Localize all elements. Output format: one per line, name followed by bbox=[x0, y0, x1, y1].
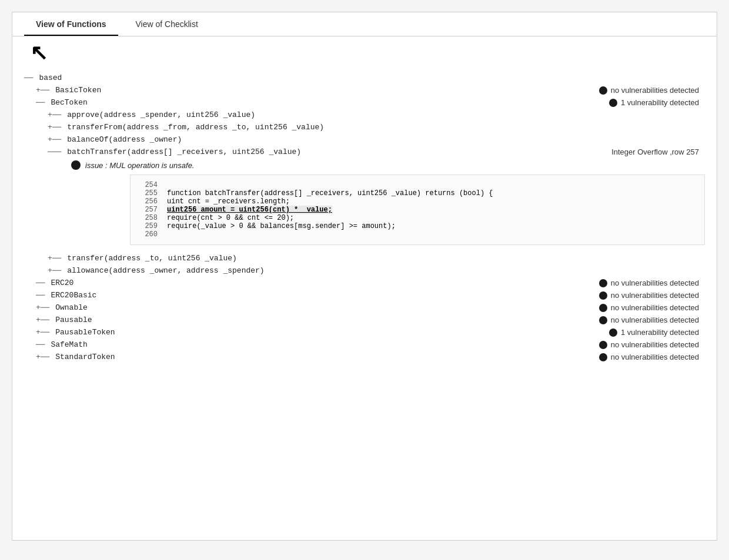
line-code-256: uint cnt = _receivers.length; bbox=[167, 197, 290, 206]
function-tree: ── based +── BasicToken no vulnerabiliti… bbox=[24, 72, 705, 363]
status-text-pausabletoken: 1 vulnerability detected bbox=[621, 328, 699, 337]
node-label-transfer[interactable]: +── transfer(address _to, uint256 _value… bbox=[48, 254, 705, 263]
status-batchtransfer: Integer Overflow ,row 257 bbox=[529, 147, 705, 156]
dot-erc20basic bbox=[599, 291, 607, 300]
code-line-258: 258 require(cnt > 0 && cnt <= 20); bbox=[140, 214, 695, 222]
tree-node-safemath: ── SafeMath no vulnerabilities detected bbox=[24, 338, 705, 351]
node-label-pausable[interactable]: +── Pausable bbox=[36, 316, 529, 324]
code-line-260: 260 bbox=[140, 230, 695, 239]
node-label-balanceof[interactable]: +── balanceOf(address _owner) bbox=[48, 135, 705, 144]
code-line-256: 256 uint cnt = _receivers.length; bbox=[140, 197, 695, 206]
main-window: View of Functions View of Checklist ↖ ──… bbox=[12, 12, 717, 541]
dot-bectoken bbox=[609, 99, 617, 107]
node-label-basictoken[interactable]: +── BasicToken bbox=[36, 86, 529, 95]
issue-dot bbox=[71, 160, 81, 170]
node-label-erc20basic[interactable]: ── ERC20Basic bbox=[36, 291, 529, 300]
tree-node-ownable: +── Ownable no vulnerabilities detected bbox=[24, 301, 705, 314]
status-text-safemath: no vulnerabilities detected bbox=[611, 340, 699, 349]
dot-standardtoken bbox=[599, 353, 607, 361]
tab-bar: View of Functions View of Checklist bbox=[12, 12, 717, 36]
status-text-basictoken: no vulnerabilities detected bbox=[611, 86, 699, 95]
connector-approve: +── bbox=[48, 110, 66, 119]
dot-erc20 bbox=[599, 279, 607, 287]
connector-allowance: +── bbox=[48, 266, 66, 275]
connector-erc20basic: ── bbox=[36, 291, 49, 300]
tree-node-basictoken: +── BasicToken no vulnerabilities detect… bbox=[24, 84, 705, 96]
line-num-259: 259 bbox=[140, 222, 158, 230]
status-text-batchtransfer: Integer Overflow ,row 257 bbox=[611, 147, 699, 156]
node-label-approve[interactable]: +── approve(address _spender, uint256 _v… bbox=[48, 110, 705, 119]
content-area: ↖ ── based +── BasicToken no vulnerabili… bbox=[12, 36, 717, 375]
status-basictoken: no vulnerabilities detected bbox=[529, 86, 705, 95]
line-num-254: 254 bbox=[140, 181, 158, 189]
status-text-erc20: no vulnerabilities detected bbox=[611, 279, 699, 287]
status-safemath: no vulnerabilities detected bbox=[529, 340, 705, 349]
status-erc20: no vulnerabilities detected bbox=[529, 279, 705, 287]
status-standardtoken: no vulnerabilities detected bbox=[529, 353, 705, 361]
connector-ownable: +── bbox=[36, 303, 54, 312]
node-label-erc20[interactable]: ── ERC20 bbox=[36, 279, 529, 287]
tree-node-pausable: +── Pausable no vulnerabilities detected bbox=[24, 314, 705, 326]
connector-pausabletoken: +── bbox=[36, 328, 54, 337]
line-num-258: 258 bbox=[140, 214, 158, 222]
line-num-257: 257 bbox=[140, 206, 158, 214]
dot-ownable bbox=[599, 304, 607, 312]
dot-safemath bbox=[599, 341, 607, 349]
status-text-pausable: no vulnerabilities detected bbox=[611, 316, 699, 324]
tree-node-transfer: +── transfer(address _to, uint256 _value… bbox=[24, 252, 705, 264]
tree-node-batchtransfer: ─── batchTransfer(address[] _receivers, … bbox=[24, 146, 705, 158]
line-num-255: 255 bbox=[140, 189, 158, 197]
tree-node-bectoken: ── BecToken 1 vulnerability detected bbox=[24, 96, 705, 109]
status-erc20basic: no vulnerabilities detected bbox=[529, 291, 705, 300]
status-text-erc20basic: no vulnerabilities detected bbox=[611, 291, 699, 300]
tree-node-based: ── based bbox=[24, 72, 705, 84]
connector-based: ── bbox=[24, 73, 38, 82]
issue-line: issue : MUL operation is unsafe. bbox=[71, 160, 705, 170]
dot-pausable bbox=[599, 316, 607, 324]
code-line-257: 257 uint256 amount = uint256(cnt) * _val… bbox=[140, 206, 695, 214]
tree-node-allowance: +── allowance(address _owner, address _s… bbox=[24, 264, 705, 277]
status-bectoken: 1 vulnerability detected bbox=[529, 98, 705, 107]
connector-pausable: +── bbox=[36, 316, 54, 324]
connector-erc20: ── bbox=[36, 279, 49, 287]
tree-node-transferfrom: +── transferFrom(address _from, address … bbox=[24, 121, 705, 133]
status-text-ownable: no vulnerabilities detected bbox=[611, 303, 699, 312]
issue-block: issue : MUL operation is unsafe. 254 255… bbox=[71, 160, 705, 245]
connector-batchtransfer: ─── bbox=[48, 147, 66, 156]
node-label-pausabletoken[interactable]: +── PausableToken bbox=[36, 328, 529, 337]
tab-functions[interactable]: View of Functions bbox=[24, 12, 118, 36]
node-label-transferfrom[interactable]: +── transferFrom(address _from, address … bbox=[48, 123, 705, 132]
tree-node-balanceof: +── balanceOf(address _owner) bbox=[24, 133, 705, 146]
tab-checklist[interactable]: View of Checklist bbox=[124, 12, 210, 36]
connector-transfer: +── bbox=[48, 254, 66, 263]
connector-balanceof: +── bbox=[48, 135, 66, 144]
code-line-259: 259 require(_value > 0 && balances[msg.s… bbox=[140, 222, 695, 230]
node-label-bectoken[interactable]: ── BecToken bbox=[36, 98, 529, 107]
connector-basictoken: +── bbox=[36, 86, 54, 95]
tree-node-standardtoken: +── StandardToken no vulnerabilities det… bbox=[24, 351, 705, 363]
node-label-standardtoken[interactable]: +── StandardToken bbox=[36, 353, 529, 361]
code-block: 254 255 function batchTransfer(address[]… bbox=[130, 175, 705, 245]
node-label-safemath[interactable]: ── SafeMath bbox=[36, 340, 529, 349]
node-label-batchtransfer[interactable]: ─── batchTransfer(address[] _receivers, … bbox=[48, 147, 529, 156]
line-num-256: 256 bbox=[140, 197, 158, 206]
status-pausabletoken: 1 vulnerability detected bbox=[529, 328, 705, 337]
status-ownable: no vulnerabilities detected bbox=[529, 303, 705, 312]
node-label-allowance[interactable]: +── allowance(address _owner, address _s… bbox=[48, 266, 705, 275]
tree-node-pausabletoken: +── PausableToken 1 vulnerability detect… bbox=[24, 326, 705, 338]
line-code-255: function batchTransfer(address[] _receiv… bbox=[167, 189, 493, 197]
issue-text: issue : MUL operation is unsafe. bbox=[85, 161, 194, 170]
code-line-255: 255 function batchTransfer(address[] _re… bbox=[140, 189, 695, 197]
line-code-258: require(cnt > 0 && cnt <= 20); bbox=[167, 214, 294, 222]
line-num-260: 260 bbox=[140, 230, 158, 239]
back-arrow[interactable]: ↖ bbox=[30, 42, 48, 63]
node-label-based: ── based bbox=[24, 73, 705, 82]
tree-node-erc20basic: ── ERC20Basic no vulnerabilities detecte… bbox=[24, 289, 705, 301]
connector-standardtoken: +── bbox=[36, 353, 54, 361]
status-text-standardtoken: no vulnerabilities detected bbox=[611, 353, 699, 361]
line-code-257: uint256 amount = uint256(cnt) * _value; bbox=[167, 206, 332, 214]
node-label-ownable[interactable]: +── Ownable bbox=[36, 303, 529, 312]
dot-pausabletoken bbox=[609, 328, 617, 337]
status-pausable: no vulnerabilities detected bbox=[529, 316, 705, 324]
connector-safemath: ── bbox=[36, 340, 49, 349]
